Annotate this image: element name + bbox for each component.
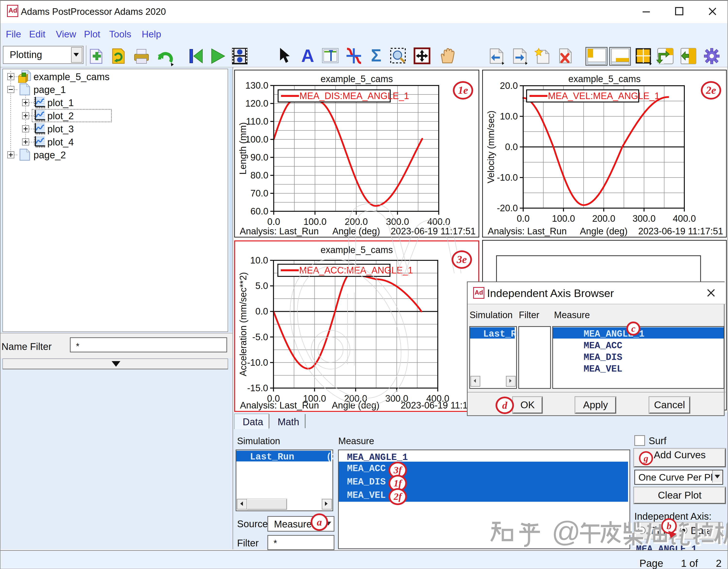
svg-text:110.0: 110.0 — [246, 116, 268, 126]
svg-text:70.0: 70.0 — [250, 188, 268, 198]
svg-text:MEA_VEL:MEA_ANGLE_1: MEA_VEL:MEA_ANGLE_1 — [548, 91, 660, 101]
svg-text:-10.0: -10.0 — [247, 358, 268, 368]
svg-text:example_5_cams: example_5_cams — [33, 71, 110, 82]
svg-text:-10.0: -10.0 — [497, 172, 518, 183]
svg-text:plot_4: plot_4 — [47, 137, 74, 147]
svg-text:130.0: 130.0 — [245, 80, 268, 91]
svg-text:Acceleration (mm/sec**2): Acceleration (mm/sec**2) — [238, 272, 248, 377]
svg-text:10.0: 10.0 — [500, 111, 518, 121]
svg-text:100.0: 100.0 — [303, 216, 326, 227]
svg-text:Angle (deg): Angle (deg) — [580, 226, 628, 236]
svg-text:10.0: 10.0 — [250, 255, 268, 265]
svg-text:0.0: 0.0 — [255, 306, 268, 317]
svg-text:Analysis: Last_Run: Analysis: Last_Run — [240, 400, 319, 411]
svg-text:0.0: 0.0 — [505, 142, 518, 152]
svg-text:page_2: page_2 — [33, 150, 66, 160]
svg-text:-15.0: -15.0 — [247, 383, 268, 393]
svg-text:20.0: 20.0 — [500, 81, 518, 91]
svg-text:Analysis: Last_Run: Analysis: Last_Run — [488, 226, 567, 236]
svg-text:Angle (deg): Angle (deg) — [332, 400, 379, 411]
svg-text:60.0: 60.0 — [250, 206, 268, 216]
svg-text:Angle (deg): Angle (deg) — [332, 226, 380, 236]
svg-text:300.0: 300.0 — [386, 216, 409, 227]
svg-text:MEA_DIS:MEA_ANGLE_1: MEA_DIS:MEA_ANGLE_1 — [299, 91, 409, 101]
svg-text:0.0: 0.0 — [517, 213, 530, 224]
svg-text:120.0: 120.0 — [245, 98, 268, 108]
svg-text:2023-06-19 11:17:51: 2023-06-19 11:17:51 — [391, 226, 476, 236]
svg-text:80.0: 80.0 — [250, 170, 268, 180]
svg-text:MEA_ACC:MEA_ANGLE_1: MEA_ACC:MEA_ANGLE_1 — [299, 265, 413, 275]
svg-text:plot_1: plot_1 — [47, 97, 74, 108]
svg-text:400.0: 400.0 — [673, 213, 696, 224]
svg-text:example_5_cams: example_5_cams — [321, 74, 393, 84]
svg-text:400.0: 400.0 — [427, 216, 450, 227]
svg-text:0.0: 0.0 — [267, 216, 280, 227]
svg-text:200.0: 200.0 — [345, 216, 368, 227]
svg-text:plot_2: plot_2 — [47, 110, 74, 121]
svg-text:Velocity (mm/sec): Velocity (mm/sec) — [486, 110, 496, 183]
svg-text:5.0: 5.0 — [255, 281, 268, 291]
svg-text:2023-06-19 11:17:51: 2023-06-19 11:17:51 — [638, 226, 723, 236]
svg-text:A: A — [301, 46, 314, 66]
svg-text:page_1: page_1 — [33, 84, 66, 95]
svg-text:Length (mm): Length (mm) — [238, 122, 248, 174]
svg-text:Σ: Σ — [371, 46, 381, 65]
svg-text:example_5_cams: example_5_cams — [568, 74, 641, 84]
svg-text:200.0: 200.0 — [592, 213, 615, 224]
svg-text:-5.0: -5.0 — [252, 332, 268, 342]
svg-text:-20.0: -20.0 — [497, 203, 518, 213]
svg-text:example_5_cams: example_5_cams — [321, 245, 393, 255]
svg-text:90.0: 90.0 — [250, 152, 268, 162]
svg-text:100.0: 100.0 — [245, 134, 268, 144]
svg-text:2023-06-19 11:17:: 2023-06-19 11:17: — [401, 400, 475, 411]
svg-text:100.0: 100.0 — [552, 213, 575, 224]
svg-text:300.0: 300.0 — [632, 213, 655, 224]
svg-text:plot_3: plot_3 — [47, 124, 74, 134]
svg-text:Analysis: Last_Run: Analysis: Last_Run — [240, 226, 319, 236]
